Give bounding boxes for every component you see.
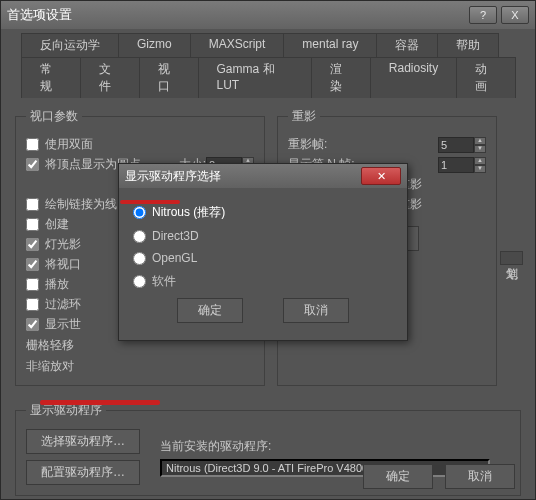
- tab-ik[interactable]: 反向运动学: [21, 33, 119, 57]
- nth-input[interactable]: [438, 157, 474, 173]
- draw-link-checkbox[interactable]: [26, 198, 39, 211]
- lookview-checkbox[interactable]: [26, 258, 39, 271]
- help-button[interactable]: ?: [469, 6, 497, 24]
- nitrous-radio[interactable]: [133, 206, 146, 219]
- vertex-dot-checkbox[interactable]: [26, 158, 39, 171]
- tab-mentalray[interactable]: mental ray: [283, 33, 377, 57]
- tab-gamma[interactable]: Gamma 和 LUT: [198, 57, 312, 98]
- d3d-radio[interactable]: [133, 230, 146, 243]
- tab-gizmo[interactable]: Gizmo: [118, 33, 191, 57]
- choose-driver-button[interactable]: 选择驱动程序…: [26, 429, 140, 454]
- draw-link-label: 绘制链接为线: [45, 196, 117, 213]
- dialog-title-bar: 显示驱动程序选择 ✕: [119, 164, 407, 188]
- ghost-frames-input[interactable]: [438, 137, 474, 153]
- tab-render[interactable]: 渲染: [311, 57, 371, 98]
- close-button[interactable]: X: [501, 6, 529, 24]
- tab-help[interactable]: 帮助: [437, 33, 499, 57]
- create-checkbox[interactable]: [26, 218, 39, 231]
- tab-general[interactable]: 常规: [21, 57, 81, 98]
- ghost-frames-label: 重影帧:: [288, 136, 327, 153]
- dialog-close-button[interactable]: ✕: [361, 167, 401, 185]
- software-radio[interactable]: [133, 275, 146, 288]
- tab-animation[interactable]: 动画: [456, 57, 516, 98]
- viewport-params-legend: 视口参数: [26, 108, 82, 125]
- ogl-label: OpenGL: [152, 251, 197, 265]
- nitrous-label: Nitrous (推荐): [152, 204, 225, 221]
- annotation-underline-1: [120, 200, 180, 204]
- dialog-title: 显示驱动程序选择: [125, 168, 221, 185]
- dialog-cancel-button[interactable]: 取消: [283, 298, 349, 323]
- config-driver-button[interactable]: 配置驱动程序…: [26, 460, 140, 485]
- ogl-radio[interactable]: [133, 252, 146, 265]
- filter-checkbox[interactable]: [26, 298, 39, 311]
- driver-select-dialog: 显示驱动程序选择 ✕ Nitrous (推荐) Direct3D OpenGL …: [118, 163, 408, 341]
- redraw-legend: 重影: [288, 108, 320, 125]
- tabs-container: 反向运动学 Gizmo MAXScript mental ray 容器 帮助 常…: [1, 29, 535, 98]
- tab-container[interactable]: 容器: [376, 33, 438, 57]
- ok-button[interactable]: 确定: [363, 464, 433, 489]
- cancel-button[interactable]: 取消: [445, 464, 515, 489]
- window-title: 首选项设置: [7, 6, 72, 24]
- use-double-label: 使用双面: [45, 136, 93, 153]
- play-checkbox[interactable]: [26, 278, 39, 291]
- use-double-checkbox[interactable]: [26, 138, 39, 151]
- d3d-label: Direct3D: [152, 229, 199, 243]
- light-checkbox[interactable]: [26, 238, 39, 251]
- tab-radiosity[interactable]: Radiosity: [370, 57, 457, 98]
- brush-side-tab[interactable]: 笔划: [500, 251, 523, 265]
- current-driver-label: 当前安装的驱动程序:: [160, 438, 490, 455]
- non-scale-label: 非缩放对: [26, 358, 254, 375]
- show-checkbox[interactable]: [26, 318, 39, 331]
- dialog-ok-button[interactable]: 确定: [177, 298, 243, 323]
- title-bar: 首选项设置 ? X: [1, 1, 535, 29]
- tab-viewport[interactable]: 视口: [139, 57, 199, 98]
- tab-maxscript[interactable]: MAXScript: [190, 33, 285, 57]
- software-label: 软件: [152, 273, 176, 290]
- annotation-underline-2: [40, 400, 160, 405]
- tab-file[interactable]: 文件: [80, 57, 140, 98]
